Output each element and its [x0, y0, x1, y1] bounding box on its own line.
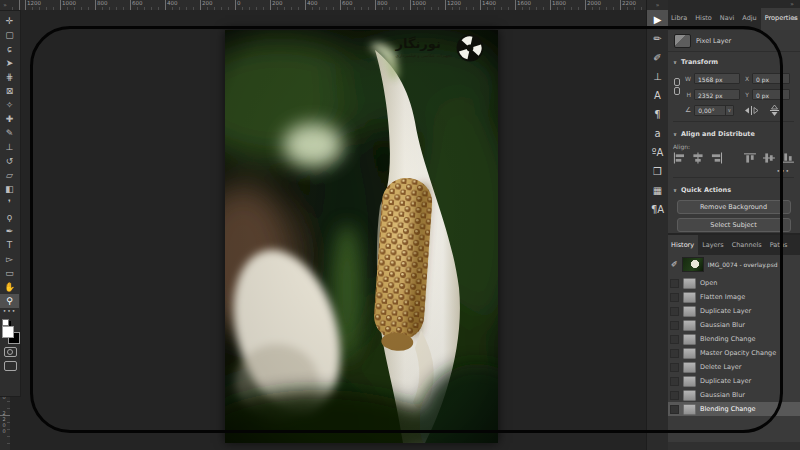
clone-stamp-tool[interactable]: ⊥ [0, 140, 19, 154]
chevron-down-icon[interactable]: ∨ [673, 131, 677, 137]
history-panel: HistoryLayersChannelsPaths ✐ IMG_0074 - … [667, 233, 800, 450]
flip-vertical-icon[interactable] [769, 105, 780, 116]
paragraph-panel-icon[interactable]: ¶ [647, 105, 668, 124]
threed-panel-icon[interactable]: ❒ [647, 162, 668, 181]
panel-collapse-icon[interactable]: » [667, 0, 800, 8]
align-more-icon[interactable]: ••• [673, 164, 794, 174]
character-panel-icon[interactable]: A [647, 86, 668, 105]
quick-mask-button[interactable] [4, 347, 17, 357]
paragraph-styles-panel-icon[interactable]: ¶A [647, 200, 668, 219]
history-state-row[interactable]: Open [667, 276, 800, 290]
shape-tool[interactable]: ▭ [0, 266, 19, 280]
brush-tool[interactable]: ✎ [0, 126, 19, 140]
foreground-color-swatch[interactable] [2, 326, 14, 338]
history-state-row[interactable]: Master Opacity Change [667, 346, 800, 360]
properties-tabbar: LibraHistoNaviAdjuProperties ≡ [667, 8, 800, 30]
history-source-well[interactable] [670, 279, 679, 288]
flip-horizontal-icon[interactable] [745, 106, 758, 115]
brushes-panel-icon[interactable]: ✐ [647, 48, 668, 67]
patterns-panel-icon[interactable]: ▦ [647, 181, 668, 200]
rotation-dropdown-icon[interactable]: ∨ [725, 106, 732, 115]
width-label: W [685, 75, 691, 82]
properties-panel-icon[interactable]: ▶ [647, 10, 668, 29]
history-state-label: Blending Change [700, 335, 756, 343]
link-dimensions-icon[interactable] [674, 78, 680, 94]
history-state-icon [683, 320, 696, 331]
chevron-down-icon[interactable]: ∨ [673, 59, 677, 65]
dock-icon-list: ▶✏✐⊥A¶aºA❒▦¶A [647, 10, 668, 219]
clone-source-panel-icon[interactable]: ⊥ [647, 67, 668, 86]
align-center-horizontal-icon[interactable] [692, 152, 704, 164]
color-swatches[interactable] [0, 319, 19, 343]
history-state-row[interactable]: Gaussian Blur [667, 388, 800, 402]
history-source-well[interactable] [670, 335, 679, 344]
canvas-pasteboard: نورنگار تجهیزات عکاسی و فیلمبرداری [10, 10, 646, 450]
path-selection-tool[interactable]: ▻ [0, 252, 19, 266]
chevron-down-icon[interactable]: ∨ [673, 187, 677, 193]
history-state-row[interactable]: Duplicate Layer [667, 374, 800, 388]
character-styles-panel-icon[interactable]: ºA [647, 143, 668, 162]
move-tool[interactable]: ✛ [0, 14, 19, 28]
history-source-well[interactable] [670, 405, 679, 414]
glyphs-panel-icon[interactable]: a [647, 124, 668, 143]
history-source-well[interactable] [670, 363, 679, 372]
gradient-tool[interactable]: ◧ [0, 182, 19, 196]
dodge-tool[interactable]: ϙ [0, 210, 19, 224]
history-source-well[interactable] [670, 349, 679, 358]
screen-mode-button[interactable] [4, 361, 17, 371]
eyedropper-tool[interactable]: ✧ [0, 98, 19, 112]
brush-settings-panel-icon[interactable]: ✏ [647, 29, 668, 48]
crop-tool[interactable]: ⋕ [0, 70, 19, 84]
document-canvas[interactable]: نورنگار تجهیزات عکاسی و فیلمبرداری [225, 30, 498, 443]
rotation-field[interactable]: 0,00° ∨ [694, 105, 734, 116]
lasso-tool[interactable]: ɕ [0, 42, 19, 56]
history-state-row[interactable]: Flatten Image [667, 290, 800, 304]
height-field[interactable]: 2352 px [694, 89, 740, 100]
zoom-tool[interactable]: ⚲ [0, 294, 19, 308]
hand-tool[interactable]: ✋ [0, 280, 19, 294]
history-state-label: Flatten Image [700, 293, 745, 301]
history-state-row[interactable]: Blending Change [667, 332, 800, 346]
ruler-label: 1800 [552, 0, 587, 7]
y-field[interactable]: 0 px [752, 89, 790, 100]
history-state-icon [683, 278, 696, 289]
history-brush-tool[interactable]: ↺ [0, 154, 19, 168]
type-tool[interactable]: T [0, 238, 19, 252]
history-source-well[interactable] [670, 293, 679, 302]
angle-icon: ∠ [685, 106, 691, 114]
dock-collapse-icon[interactable]: » [647, 0, 668, 10]
align-buttons [673, 152, 794, 164]
align-right-icon[interactable] [711, 152, 723, 164]
healing-brush-tool[interactable]: ✚ [0, 112, 19, 126]
ruler-label: 600 [342, 0, 377, 7]
width-field[interactable]: 1568 px [694, 73, 740, 84]
align-top-icon[interactable] [744, 152, 756, 164]
history-source-well[interactable] [670, 307, 679, 316]
align-center-vertical-icon[interactable] [763, 152, 775, 164]
transform-section-title: Transform [681, 58, 718, 66]
history-brush-source-icon[interactable]: ✐ [671, 260, 678, 269]
panel-menu-icon[interactable]: ≡ [791, 8, 798, 29]
pen-tool[interactable]: ✒ [0, 224, 19, 238]
history-state-row[interactable]: Delete Layer [667, 360, 800, 374]
history-state-row[interactable]: Blending Change [667, 402, 800, 416]
ruler-label: 1000 [412, 0, 447, 7]
object-selection-tool[interactable]: ➤ [0, 56, 19, 70]
history-snapshot-row[interactable]: ✐ IMG_0074 - overlay.psd [667, 255, 800, 273]
ruler-label: 400 [307, 0, 342, 7]
frame-tool[interactable]: ⊠ [0, 84, 19, 98]
history-source-well[interactable] [670, 391, 679, 400]
history-source-well[interactable] [670, 377, 679, 386]
eraser-tool[interactable]: ▱ [0, 168, 19, 182]
history-state-row[interactable]: Duplicate Layer [667, 304, 800, 318]
blur-tool[interactable]: ❜ [0, 196, 19, 210]
align-left-icon[interactable] [673, 152, 685, 164]
toolbar-more-icon[interactable]: ••• [0, 308, 19, 316]
history-state-row[interactable]: Gaussian Blur [667, 318, 800, 332]
align-bottom-icon[interactable] [782, 152, 794, 164]
marquee-tool[interactable]: ▢ [0, 28, 19, 42]
default-colors-icon[interactable] [2, 319, 9, 326]
watermark-shutter-logo [456, 34, 484, 62]
x-field[interactable]: 0 px [752, 73, 790, 84]
history-source-well[interactable] [670, 321, 679, 330]
